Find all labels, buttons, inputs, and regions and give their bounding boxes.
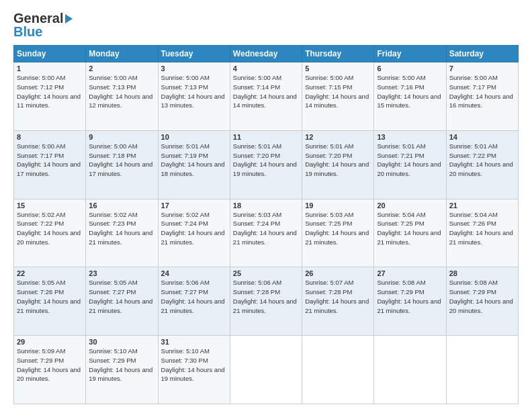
day-cell: 24Sunrise: 5:06 AMSunset: 7:27 PMDayligh… (158, 267, 230, 336)
day-cell: 31Sunrise: 5:10 AMSunset: 7:30 PMDayligh… (158, 336, 230, 404)
day-info: Sunrise: 5:01 AMSunset: 7:20 PMDaylight:… (305, 142, 371, 179)
day-number: 13 (377, 133, 443, 141)
day-cell: 16Sunrise: 5:02 AMSunset: 7:23 PMDayligh… (86, 199, 158, 267)
day-info: Sunrise: 5:01 AMSunset: 7:22 PMDaylight:… (449, 142, 515, 179)
header-cell-tuesday: Tuesday (158, 46, 230, 62)
day-info: Sunrise: 5:00 AMSunset: 7:17 PMDaylight:… (449, 73, 515, 110)
page: General Blue SundayMondayTuesdayWednesda… (0, 0, 532, 411)
day-number: 5 (305, 64, 371, 73)
header-cell-monday: Monday (86, 46, 158, 62)
day-number: 2 (89, 64, 154, 73)
day-cell: 21Sunrise: 5:04 AMSunset: 7:26 PMDayligh… (446, 199, 518, 267)
day-number: 17 (161, 201, 227, 210)
header-cell-wednesday: Wednesday (230, 46, 302, 62)
calendar-header: SundayMondayTuesdayWednesdayThursdayFrid… (14, 46, 519, 62)
calendar-table: SundayMondayTuesdayWednesdayThursdayFrid… (13, 45, 519, 404)
day-info: Sunrise: 5:06 AMSunset: 7:27 PMDaylight:… (161, 278, 227, 315)
header-cell-saturday: Saturday (446, 46, 518, 62)
day-info: Sunrise: 5:02 AMSunset: 7:24 PMDaylight:… (161, 210, 227, 247)
logo-blue: Blue (13, 24, 42, 40)
logo: General Blue (13, 11, 73, 40)
day-cell: 18Sunrise: 5:03 AMSunset: 7:24 PMDayligh… (230, 199, 302, 267)
day-number: 10 (161, 133, 227, 141)
day-info: Sunrise: 5:00 AMSunset: 7:12 PMDaylight:… (17, 73, 83, 110)
day-cell (374, 336, 446, 404)
day-info: Sunrise: 5:03 AMSunset: 7:24 PMDaylight:… (233, 210, 299, 247)
day-number: 9 (89, 133, 154, 141)
day-number: 16 (89, 201, 154, 210)
week-row-4: 22Sunrise: 5:05 AMSunset: 7:26 PMDayligh… (14, 267, 519, 336)
day-info: Sunrise: 5:00 AMSunset: 7:14 PMDaylight:… (233, 73, 299, 110)
day-info: Sunrise: 5:02 AMSunset: 7:22 PMDaylight:… (17, 210, 83, 247)
day-info: Sunrise: 5:01 AMSunset: 7:19 PMDaylight:… (161, 142, 227, 179)
day-cell: 14Sunrise: 5:01 AMSunset: 7:22 PMDayligh… (446, 130, 518, 199)
day-cell: 3Sunrise: 5:00 AMSunset: 7:13 PMDaylight… (158, 62, 230, 131)
day-cell: 30Sunrise: 5:10 AMSunset: 7:29 PMDayligh… (86, 336, 158, 404)
day-info: Sunrise: 5:05 AMSunset: 7:26 PMDaylight:… (17, 278, 83, 315)
day-number: 25 (233, 269, 299, 277)
day-number: 23 (89, 269, 154, 277)
day-cell (302, 336, 374, 404)
week-row-1: 1Sunrise: 5:00 AMSunset: 7:12 PMDaylight… (14, 62, 519, 131)
day-cell: 13Sunrise: 5:01 AMSunset: 7:21 PMDayligh… (374, 130, 446, 199)
day-info: Sunrise: 5:03 AMSunset: 7:25 PMDaylight:… (305, 210, 371, 247)
day-info: Sunrise: 5:02 AMSunset: 7:23 PMDaylight:… (89, 210, 154, 247)
day-number: 28 (449, 269, 515, 277)
day-info: Sunrise: 5:07 AMSunset: 7:28 PMDaylight:… (305, 278, 371, 315)
day-number: 3 (161, 64, 227, 73)
day-number: 8 (17, 133, 83, 141)
day-cell: 28Sunrise: 5:08 AMSunset: 7:29 PMDayligh… (446, 267, 518, 336)
week-row-2: 8Sunrise: 5:00 AMSunset: 7:17 PMDaylight… (14, 130, 519, 199)
day-cell: 29Sunrise: 5:09 AMSunset: 7:29 PMDayligh… (14, 336, 86, 404)
day-number: 4 (233, 64, 299, 73)
week-row-3: 15Sunrise: 5:02 AMSunset: 7:22 PMDayligh… (14, 199, 519, 267)
day-number: 1 (17, 64, 83, 73)
day-cell: 15Sunrise: 5:02 AMSunset: 7:22 PMDayligh… (14, 199, 86, 267)
day-number: 21 (449, 201, 515, 210)
day-cell: 2Sunrise: 5:00 AMSunset: 7:13 PMDaylight… (86, 62, 158, 131)
day-cell (446, 336, 518, 404)
day-cell: 1Sunrise: 5:00 AMSunset: 7:12 PMDaylight… (14, 62, 86, 131)
day-number: 29 (17, 338, 83, 346)
day-info: Sunrise: 5:00 AMSunset: 7:18 PMDaylight:… (89, 142, 154, 179)
day-info: Sunrise: 5:04 AMSunset: 7:26 PMDaylight:… (449, 210, 515, 247)
day-cell: 19Sunrise: 5:03 AMSunset: 7:25 PMDayligh… (302, 199, 374, 267)
header-cell-friday: Friday (374, 46, 446, 62)
day-info: Sunrise: 5:00 AMSunset: 7:15 PMDaylight:… (305, 73, 371, 110)
day-info: Sunrise: 5:10 AMSunset: 7:30 PMDaylight:… (161, 347, 227, 383)
day-number: 30 (89, 338, 154, 346)
day-info: Sunrise: 5:04 AMSunset: 7:25 PMDaylight:… (377, 210, 443, 247)
day-cell: 10Sunrise: 5:01 AMSunset: 7:19 PMDayligh… (158, 130, 230, 199)
day-cell: 17Sunrise: 5:02 AMSunset: 7:24 PMDayligh… (158, 199, 230, 267)
day-info: Sunrise: 5:09 AMSunset: 7:29 PMDaylight:… (17, 347, 83, 383)
day-number: 27 (377, 269, 443, 277)
day-info: Sunrise: 5:00 AMSunset: 7:17 PMDaylight:… (17, 142, 83, 179)
day-number: 31 (161, 338, 227, 346)
day-number: 18 (233, 201, 299, 210)
day-cell: 4Sunrise: 5:00 AMSunset: 7:14 PMDaylight… (230, 62, 302, 131)
day-cell: 27Sunrise: 5:08 AMSunset: 7:29 PMDayligh… (374, 267, 446, 336)
day-cell: 25Sunrise: 5:06 AMSunset: 7:28 PMDayligh… (230, 267, 302, 336)
day-info: Sunrise: 5:01 AMSunset: 7:20 PMDaylight:… (233, 142, 299, 179)
calendar-body: 1Sunrise: 5:00 AMSunset: 7:12 PMDaylight… (14, 62, 519, 404)
day-cell: 11Sunrise: 5:01 AMSunset: 7:20 PMDayligh… (230, 130, 302, 199)
day-number: 7 (449, 64, 515, 73)
day-info: Sunrise: 5:01 AMSunset: 7:21 PMDaylight:… (377, 142, 443, 179)
day-number: 15 (17, 201, 83, 210)
day-number: 14 (449, 133, 515, 141)
day-info: Sunrise: 5:00 AMSunset: 7:16 PMDaylight:… (377, 73, 443, 110)
day-cell: 9Sunrise: 5:00 AMSunset: 7:18 PMDaylight… (86, 130, 158, 199)
day-cell: 22Sunrise: 5:05 AMSunset: 7:26 PMDayligh… (14, 267, 86, 336)
header-cell-thursday: Thursday (302, 46, 374, 62)
day-info: Sunrise: 5:06 AMSunset: 7:28 PMDaylight:… (233, 278, 299, 315)
day-cell (230, 336, 302, 404)
day-number: 6 (377, 64, 443, 73)
header: General Blue (13, 11, 519, 40)
day-cell: 23Sunrise: 5:05 AMSunset: 7:27 PMDayligh… (86, 267, 158, 336)
day-cell: 6Sunrise: 5:00 AMSunset: 7:16 PMDaylight… (374, 62, 446, 131)
day-cell: 8Sunrise: 5:00 AMSunset: 7:17 PMDaylight… (14, 130, 86, 199)
day-cell: 7Sunrise: 5:00 AMSunset: 7:17 PMDaylight… (446, 62, 518, 131)
day-number: 24 (161, 269, 227, 277)
week-row-5: 29Sunrise: 5:09 AMSunset: 7:29 PMDayligh… (14, 336, 519, 404)
header-cell-sunday: Sunday (14, 46, 86, 62)
